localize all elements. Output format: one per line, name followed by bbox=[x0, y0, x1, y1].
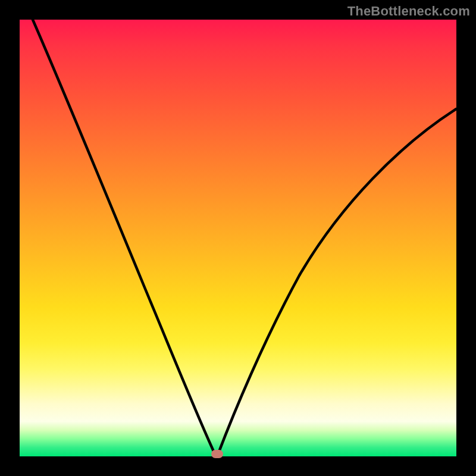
curve-left-branch bbox=[33, 20, 216, 456]
bottleneck-marker bbox=[211, 450, 223, 458]
chart-frame: TheBottleneck.com bbox=[0, 0, 476, 476]
watermark-text: TheBottleneck.com bbox=[347, 4, 470, 19]
bottleneck-curve bbox=[20, 20, 456, 456]
curve-right-branch bbox=[217, 109, 456, 456]
plot-area bbox=[20, 20, 456, 456]
